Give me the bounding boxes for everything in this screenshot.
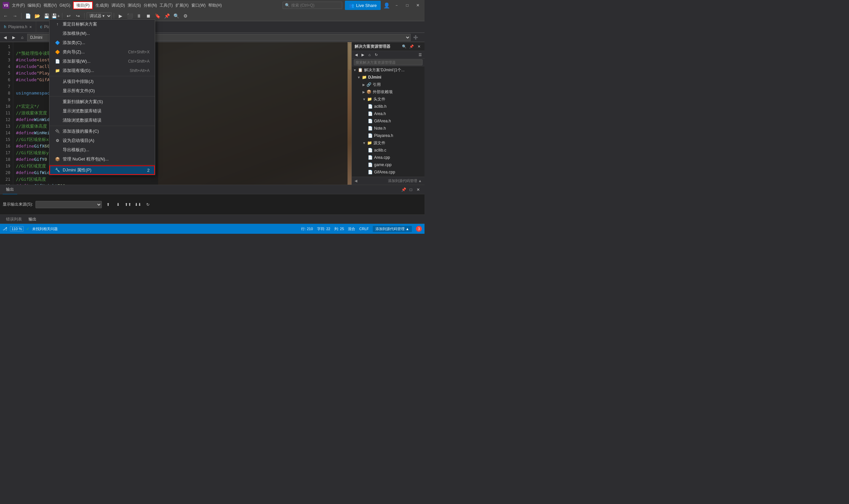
se-file-playarea-h[interactable]: 📄 Playarea.h: [352, 132, 424, 139]
se-file-acllib-c[interactable]: 📄 acllib.c: [352, 147, 424, 154]
se-file-area-cpp[interactable]: 📄 Area.cpp: [352, 154, 424, 161]
output-tab-output[interactable]: 输出: [3, 185, 17, 194]
se-filter[interactable]: ☰: [417, 52, 423, 58]
toolbar-btn1[interactable]: ▶: [116, 12, 125, 20]
title-search-box[interactable]: 🔍: [283, 2, 342, 9]
se-project[interactable]: ▼ 📁 DJmini: [352, 74, 424, 81]
nav-forward[interactable]: ▶: [10, 34, 17, 41]
menu-debug[interactable]: 调试(D): [111, 3, 125, 8]
output-btn5[interactable]: ↻: [144, 201, 151, 208]
toolbar-btn5[interactable]: 🔖: [153, 12, 162, 20]
toolbar-redo2[interactable]: ↪: [74, 12, 82, 20]
se-file-gifarea-cpp[interactable]: 📄 GifArea.cpp: [352, 168, 424, 176]
project-menu[interactable]: ↑ 重定目标解决方案 添加模块(M)... 🔷 添加类(C)... 🔶 类向导(…: [49, 19, 155, 175]
menu-build[interactable]: 生成(B): [95, 3, 109, 8]
output-btn4[interactable]: ⬇⬇: [134, 201, 142, 208]
pm-item-add-class[interactable]: 🔷 添加类(C)...: [50, 38, 155, 48]
output-btn1[interactable]: ⬆: [105, 201, 112, 208]
zoom-level[interactable]: 110 %: [10, 226, 23, 231]
output-source-select[interactable]: [35, 201, 102, 208]
menu-test[interactable]: 测试(S): [128, 3, 141, 8]
pm-item-rescan[interactable]: 重新扫描解决方案(S): [50, 97, 155, 106]
nav-add-btn[interactable]: ➕: [412, 34, 419, 41]
menu-extensions[interactable]: 扩展(X): [176, 3, 189, 8]
nav-back[interactable]: ◀: [1, 34, 8, 41]
pm-item-startup[interactable]: ⚙ 设为启动项目(A): [50, 136, 155, 145]
se-file-gifarea-h[interactable]: 📄 GifArea.h: [352, 118, 424, 125]
se-search-btn[interactable]: 🔍: [401, 43, 407, 49]
pm-item-browse-errors[interactable]: 显示浏览数据库错误: [50, 106, 155, 116]
output-close[interactable]: ✕: [415, 186, 422, 193]
toolbar-btn7[interactable]: 🔍: [172, 12, 180, 20]
error-tab-errors[interactable]: 错误列表: [3, 215, 25, 224]
se-nav-back[interactable]: ◀: [353, 52, 359, 58]
se-file-area-h[interactable]: 📄 Area.h: [352, 110, 424, 118]
notification-badge[interactable]: 3: [416, 226, 422, 232]
output-btn2[interactable]: ⬇: [114, 201, 122, 208]
toolbar-new[interactable]: 📄: [23, 12, 32, 20]
se-search-input[interactable]: [354, 59, 422, 65]
menu-edit[interactable]: 编辑(E): [28, 3, 41, 8]
maximize-button[interactable]: □: [403, 2, 411, 8]
pm-item-export[interactable]: 导出模板(E)...: [50, 145, 155, 155]
output-maximize[interactable]: □: [407, 186, 415, 193]
se-close-btn[interactable]: ✕: [416, 43, 422, 49]
se-footer-add[interactable]: 添加到源代码管理 ▲: [388, 178, 422, 183]
se-node-sources[interactable]: ▼ 📁 源文件: [352, 139, 424, 147]
toolbar-btn4[interactable]: ⏹: [144, 12, 152, 20]
toolbar-btn6[interactable]: 📌: [163, 12, 171, 20]
se-file-note-h[interactable]: 📄 Note.h: [352, 125, 424, 132]
toolbar-open[interactable]: 📂: [33, 12, 41, 20]
menu-file[interactable]: 文件(F): [12, 3, 25, 8]
toolbar-undo[interactable]: ←: [1, 12, 10, 20]
tab-close-playarea-h[interactable]: ✕: [29, 25, 32, 29]
pm-item-show-all[interactable]: 显示所有文件(O): [50, 86, 155, 95]
toolbar-save[interactable]: 💾: [42, 12, 51, 20]
se-node-headers[interactable]: ▼ 📁 头文件: [352, 95, 424, 103]
toolbar-btn8[interactable]: ⚙: [181, 12, 190, 20]
se-pin-btn[interactable]: 📌: [409, 43, 415, 49]
se-solution[interactable]: ▼ 📋 解决方案'DJmini'(1个...: [352, 66, 424, 74]
nav-home[interactable]: ⌂: [19, 34, 26, 41]
output-btn3[interactable]: ⬆⬆: [124, 201, 132, 208]
status-mixed[interactable]: 混合: [348, 227, 355, 231]
toolbar-btn2[interactable]: ⬛: [125, 12, 134, 20]
pm-item-add-existing[interactable]: 📁 添加现有项(G)... Shift+Alt+A: [50, 66, 155, 75]
pm-item-add-connected[interactable]: 🔌 添加连接的服务(C): [50, 127, 155, 136]
close-button[interactable]: ✕: [414, 2, 422, 8]
se-node-ref[interactable]: ▶ 🔗 引用: [352, 81, 424, 88]
pm-item-add-module[interactable]: 添加模块(M)...: [50, 29, 155, 38]
menu-help[interactable]: 帮助(H): [208, 3, 222, 8]
title-search-input[interactable]: [291, 3, 331, 7]
menu-analyze[interactable]: 分析(N): [144, 3, 157, 8]
pm-item-add-new[interactable]: 📄 添加新项(W)... Ctrl+Shift+A: [50, 57, 155, 66]
error-tab-output[interactable]: 输出: [25, 215, 40, 224]
toolbar-save-all[interactable]: 💾+: [51, 12, 60, 20]
status-crlf[interactable]: CRLF: [359, 227, 369, 231]
toolbar-btn3[interactable]: ⏸: [134, 12, 143, 20]
debug-config[interactable]: 调试器 ▾: [87, 12, 112, 20]
menu-git[interactable]: Git(G): [59, 3, 70, 7]
pm-item-reset-target[interactable]: ↑ 重定目标解决方案: [50, 20, 155, 29]
pm-item-nuget[interactable]: 📦 管理 NuGet 程序包(N)...: [50, 155, 155, 164]
pm-item-properties[interactable]: 🔧 DJmini 属性(P) 2: [50, 165, 155, 175]
menu-project[interactable]: 项目(P): [73, 1, 93, 9]
pm-item-clear-errors[interactable]: 清除浏览数据库错误: [50, 116, 155, 125]
menu-tools[interactable]: 工具(T): [160, 3, 173, 8]
se-home[interactable]: ⌂: [366, 52, 373, 58]
se-file-game-cpp[interactable]: 📄 game.cpp: [352, 161, 424, 168]
se-node-ext[interactable]: ▶ 📦 外部依赖项: [352, 88, 424, 95]
tab-playarea-h[interactable]: h Playarea.h ✕: [0, 21, 36, 33]
toolbar-redo[interactable]: →: [11, 12, 19, 20]
se-nav-forward[interactable]: ▶: [360, 52, 366, 58]
live-share-button[interactable]: 👥 Live Share: [345, 1, 381, 10]
se-file-acllib-h[interactable]: 📄 acllib.h: [352, 103, 424, 110]
minimize-button[interactable]: －: [393, 2, 401, 8]
output-pin[interactable]: 📌: [400, 186, 407, 193]
menu-window[interactable]: 窗口(W): [191, 3, 205, 8]
status-add-source[interactable]: 添加到源代码管理 ▲: [373, 226, 412, 232]
toolbar-undo2[interactable]: ↩: [64, 12, 73, 20]
se-sync[interactable]: ↻: [373, 52, 379, 58]
pm-item-class-nav[interactable]: 🔶 类向导(Z)... Ctrl+Shift+X: [50, 48, 155, 57]
account-icon[interactable]: 👤: [383, 2, 390, 8]
